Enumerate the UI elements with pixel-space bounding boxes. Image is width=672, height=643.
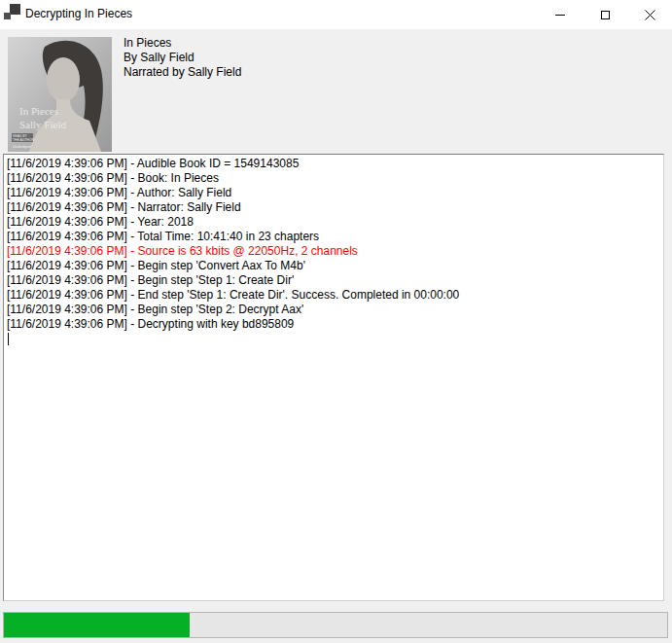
log-line: [11/6/2019 4:39:06 PM] - Begin step 'Ste… [7,273,660,288]
cover-face-shape [47,57,80,102]
caption-buttons [538,0,672,29]
text-caret [8,333,9,345]
close-button[interactable] [627,0,672,29]
book-title-label: In Pieces [124,36,241,51]
log-line-error: [11/6/2019 4:39:06 PM] - Source is 63 kb… [7,244,660,259]
app-window: Decrypting In Pieces [0,0,672,643]
cover-title-text: In Pieces [19,105,58,117]
log-line: [11/6/2019 4:39:06 PM] - Narrator: Sally… [7,200,660,215]
maximize-button[interactable] [583,0,627,29]
log-textbox[interactable]: [11/6/2019 4:39:06 PM] - Audible Book ID… [3,154,664,601]
log-line: [11/6/2019 4:39:06 PM] - Total Time: 10:… [7,230,660,244]
close-icon [645,10,655,20]
log-line: [11/6/2019 4:39:06 PM] - End step 'Step … [7,288,660,303]
log-line: [11/6/2019 4:39:06 PM] - Author: Sally F… [7,186,660,200]
log-line: [11/6/2019 4:39:06 PM] - Book: In Pieces [7,171,660,186]
book-author-label: By Sally Field [124,51,241,65]
app-icon-square-large [10,4,20,15]
title-bar[interactable]: Decrypting In Pieces [0,0,672,29]
log-line: [11/6/2019 4:39:06 PM] - Decrypting with… [7,317,660,332]
log-line: [11/6/2019 4:39:06 PM] - Begin step 'Ste… [7,303,660,317]
cover-author-text: Sally Field [19,119,66,130]
cover-badge-line3: Unabridged [13,145,31,149]
window-title: Decrypting In Pieces [25,0,132,29]
minimize-button[interactable] [538,0,583,29]
log-line: [11/6/2019 4:39:06 PM] - Begin step 'Con… [7,259,660,273]
maximize-icon [601,11,610,19]
book-cover-image: In Pieces Sally Field READ BY THE AUTHOR… [8,37,112,152]
book-narrator-label: Narrated by Sally Field [124,65,241,80]
progress-bar [3,612,668,638]
book-info: In Pieces By Sally Field Narrated by Sal… [124,36,241,80]
log-line: [11/6/2019 4:39:06 PM] - Year: 2018 [7,215,660,230]
progress-bar-fill [4,613,190,637]
minimize-icon [555,15,565,16]
cover-badge-line2: THE AUTHOR [13,138,34,142]
log-line: [11/6/2019 4:39:06 PM] - Audible Book ID… [7,157,660,171]
app-icon-square-small [4,13,11,19]
app-icon [4,2,21,19]
